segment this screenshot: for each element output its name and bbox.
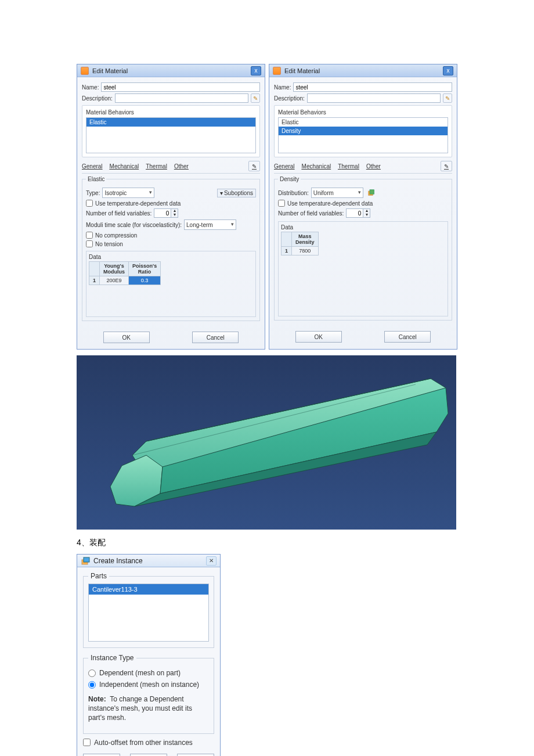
type-label: Type: (86, 190, 100, 196)
data-group: Data Mass Density 17800 (278, 221, 448, 316)
tab-other[interactable]: Other (174, 163, 189, 170)
close-icon[interactable]: x (443, 66, 453, 75)
col-density: Mass Density (292, 232, 319, 247)
list-item[interactable]: Density (279, 127, 448, 135)
behaviors-list[interactable]: Elastic (86, 117, 256, 153)
temp-dependent-checkbox[interactable] (278, 200, 285, 207)
tab-general[interactable]: General (82, 163, 103, 170)
note-text: Note: To change a Dependent instance's m… (88, 694, 209, 723)
svg-rect-9 (84, 557, 89, 562)
tab-thermal[interactable]: Thermal (146, 163, 167, 170)
material-icon (273, 67, 281, 75)
poisson-value[interactable]: 0.3 (129, 276, 161, 285)
list-item[interactable]: Elastic (279, 118, 448, 127)
edit-material-dialog-density: Edit Material x Name: Description: ✎ Mat… (269, 64, 457, 350)
distribution-label: Distribution: (278, 190, 309, 196)
dialog-title: Edit Material (92, 67, 128, 74)
moduli-label: Moduli time scale (for viscoelasticity): (86, 222, 182, 228)
temp-dependent-label: Use temperature-dependent data (95, 200, 181, 207)
instance-type-label: Instance Type (88, 654, 136, 662)
density-data-table[interactable]: Mass Density 17800 (281, 232, 319, 255)
density-options: Density Distribution: Uniform Use temper… (274, 176, 452, 321)
delete-behavior-icon[interactable]: ✎ (248, 161, 260, 171)
field-vars-value[interactable] (154, 208, 171, 218)
col-poisson: Poisson's Ratio (129, 262, 161, 276)
pencil-icon[interactable]: ✎ (443, 93, 452, 103)
suboptions-label: Suboptions (224, 190, 253, 196)
tab-mechanical[interactable]: Mechanical (302, 163, 331, 170)
field-vars-spinner[interactable]: ▴▾ (154, 208, 178, 218)
list-item[interactable]: Cantilever113-3 (89, 584, 208, 595)
ok-button[interactable]: OK (103, 332, 150, 343)
note-bold: Note: (88, 695, 106, 703)
elastic-data-table[interactable]: Young's ModulusPoisson's Ratio 1200E90.3 (89, 261, 161, 285)
type-select[interactable]: Isotropic (102, 188, 154, 198)
name-field[interactable] (101, 82, 260, 92)
instance-icon (81, 556, 90, 566)
density-value[interactable]: 7800 (292, 247, 319, 255)
data-label: Data (89, 254, 253, 260)
instance-type-group: Instance Type Dependent (mesh on part) I… (83, 654, 214, 734)
field-icon[interactable] (368, 189, 375, 196)
description-field[interactable] (307, 93, 441, 103)
field-vars-spinner[interactable]: ▴▾ (346, 208, 370, 218)
close-icon[interactable]: ✕ (206, 556, 217, 566)
auto-offset-label: Auto-offset from other instances (94, 739, 193, 747)
section-title: Elastic (86, 176, 106, 182)
independent-label: Independent (mesh on instance) (99, 681, 199, 689)
no-tension-checkbox[interactable] (86, 240, 93, 247)
pencil-icon[interactable]: ✎ (251, 93, 260, 103)
no-tension-label: No tension (95, 241, 123, 247)
cancel-button[interactable]: Cancel (192, 332, 239, 343)
apply-button[interactable]: Apply (130, 754, 167, 756)
auto-offset-checkbox[interactable] (83, 739, 91, 746)
spinner-buttons[interactable]: ▴▾ (171, 208, 178, 218)
data-group: Data Young's ModulusPoisson's Ratio 1200… (86, 251, 256, 317)
no-compression-label: No compression (95, 232, 137, 239)
delete-behavior-icon[interactable]: ✎ (441, 161, 452, 171)
tab-other[interactable]: Other (366, 163, 381, 170)
titlebar: Edit Material x (77, 64, 265, 77)
temp-dependent-label: Use temperature-dependent data (287, 200, 373, 207)
temp-dependent-checkbox[interactable] (86, 200, 93, 207)
category-tabs: General Mechanical Thermal Other ✎ (82, 161, 260, 174)
parts-list[interactable]: Cantilever113-3 (88, 584, 209, 642)
list-item[interactable]: Elastic (86, 118, 255, 127)
col-youngs: Young's Modulus (100, 262, 129, 276)
dialog-title: Create Instance (93, 557, 143, 565)
cancel-button[interactable]: Cancel (384, 331, 431, 343)
material-behaviors-group: Material Behaviors Elastic Density (274, 105, 452, 157)
close-icon[interactable]: x (251, 66, 261, 75)
distribution-select[interactable]: Uniform (311, 188, 363, 198)
tab-general[interactable]: General (274, 163, 295, 170)
no-compression-checkbox[interactable] (86, 232, 93, 239)
ok-button[interactable]: OK (83, 754, 120, 756)
behaviors-list[interactable]: Elastic Density (278, 117, 448, 153)
section-heading: 4、装配 (77, 538, 457, 548)
field-vars-label: Number of field variables: (278, 210, 344, 217)
edit-material-dialog-elastic: Edit Material x Name: Description: ✎ Mat… (77, 64, 265, 350)
field-vars-value[interactable] (346, 208, 363, 218)
name-label: Name: (82, 84, 99, 91)
suboptions-button[interactable]: ▾ Suboptions (217, 189, 256, 197)
name-field[interactable] (293, 82, 452, 92)
description-field[interactable] (115, 93, 248, 103)
titlebar: Create Instance ✕ (77, 555, 220, 567)
create-instance-dialog: Create Instance ✕ Parts Cantilever113-3 … (77, 554, 221, 756)
tab-thermal[interactable]: Thermal (338, 163, 359, 170)
svg-rect-1 (370, 190, 374, 195)
cancel-button[interactable]: Cancel (177, 754, 214, 756)
tab-mechanical[interactable]: Mechanical (110, 163, 139, 170)
independent-radio[interactable] (88, 681, 96, 689)
field-vars-label: Number of field variables: (86, 210, 151, 217)
elastic-options: Elastic Type: Isotropic ▾ Suboptions Use… (82, 176, 260, 321)
moduli-select[interactable]: Long-term (184, 219, 236, 230)
name-label: Name: (274, 84, 291, 91)
dependent-radio[interactable] (88, 669, 96, 677)
material-icon (81, 67, 89, 75)
spinner-buttons[interactable]: ▴▾ (363, 208, 370, 218)
model-viewport[interactable] (77, 355, 456, 530)
ok-button[interactable]: OK (295, 331, 342, 343)
category-tabs: General Mechanical Thermal Other ✎ (274, 161, 452, 174)
youngs-value[interactable]: 200E9 (100, 276, 129, 285)
